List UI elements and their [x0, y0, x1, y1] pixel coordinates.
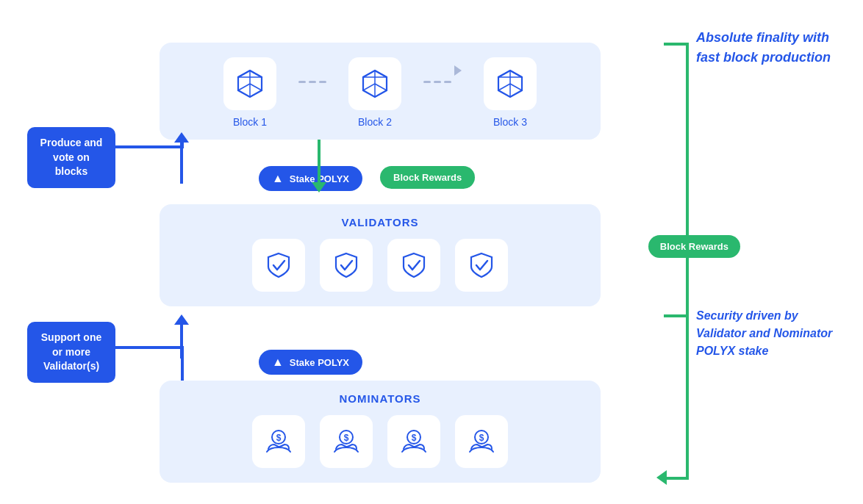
block-rewards-right-label: Block Rewards: [660, 241, 728, 252]
svg-line-18: [510, 84, 522, 90]
green-bracket-h-bot: [664, 477, 689, 480]
nominator-icon-2: $: [320, 415, 373, 468]
svg-line-10: [363, 84, 375, 90]
svg-text:$: $: [344, 433, 349, 443]
arrowhead-down-block-rewards: [312, 182, 326, 192]
dashes-2: [423, 65, 462, 98]
support-validator-label: Support one or more Validator(s): [27, 322, 115, 383]
stake-arrow-v-top: [180, 140, 183, 184]
diagram: Produce and vote on blocks Support one o…: [27, 13, 836, 491]
arrow-up-icon-stake: ▲: [272, 172, 284, 185]
right-text-top: Absolute finality with fast block produc…: [696, 28, 836, 68]
validators-title: VALIDATORS: [174, 216, 586, 228]
block-rewards-center-btn[interactable]: Block Rewards: [380, 166, 475, 189]
svg-text:$: $: [412, 433, 417, 443]
blocks-row: Block 1: [160, 43, 601, 140]
cube-icon-2: [359, 68, 391, 100]
validators-icons-row: [174, 239, 586, 292]
svg-line-3: [238, 84, 250, 90]
produce-vote-label: Produce and vote on blocks: [27, 127, 115, 188]
arrowhead-left-green: [656, 470, 667, 485]
svg-line-17: [498, 84, 510, 90]
dashes-1: [298, 81, 326, 83]
svg-text:$: $: [276, 433, 282, 443]
nominator-icon-1: $: [252, 415, 305, 468]
green-bracket-v2: [686, 314, 689, 480]
svg-line-20: [510, 71, 522, 77]
security-driven-text: Security driven by Validator and Nominat…: [696, 307, 836, 360]
cube-icon-1: [234, 68, 266, 100]
arrowhead-up-stake-bottom: [174, 314, 189, 325]
green-bracket-v: [686, 43, 689, 314]
validator-icon-4: [455, 239, 508, 292]
validator-icon-1: [252, 239, 305, 292]
validator-icon-2: [320, 239, 373, 292]
block-3: Block 3: [484, 57, 537, 128]
block-2-label: Block 2: [358, 116, 392, 128]
svg-line-12: [363, 71, 375, 77]
validators-section: VALIDATORS: [160, 204, 601, 306]
svg-line-13: [375, 71, 387, 77]
nominators-section: NOMINATORS $ $: [160, 381, 601, 483]
block-rewards-right-badge: Block Rewards: [648, 235, 740, 258]
block-rewards-center-label: Block Rewards: [393, 172, 462, 183]
svg-line-6: [250, 71, 262, 77]
block-2: Block 2: [348, 57, 401, 128]
validator-icon-3: [387, 239, 440, 292]
arrow-up-icon-stake-2: ▲: [272, 356, 284, 369]
green-bracket-h-top: [664, 43, 689, 46]
block-3-icon-box: [484, 57, 537, 110]
absolute-finality-text: Absolute finality with fast block produc…: [696, 28, 836, 68]
stake-polyx-bottom-btn[interactable]: ▲ Stake POLYX: [259, 350, 362, 375]
block-1: Block 1: [223, 57, 276, 128]
main-content-area: Block 1: [137, 28, 645, 483]
stake-polyx-bottom-label: Stake POLYX: [290, 357, 349, 368]
nominators-icons-row: $ $ $: [174, 415, 586, 468]
green-bracket-h-mid: [664, 314, 689, 317]
block-1-icon-box: [223, 57, 276, 110]
svg-line-19: [498, 71, 510, 77]
block-1-label: Block 1: [233, 116, 267, 128]
stake-polyx-top-btn[interactable]: ▲ Stake POLYX: [259, 166, 362, 191]
svg-line-5: [238, 71, 250, 77]
nominator-icon-4: $: [455, 415, 508, 468]
svg-text:$: $: [479, 433, 484, 443]
stake-arrow-v-bottom: [180, 322, 183, 359]
cube-icon-3: [494, 68, 526, 100]
block-rewards-arrow-down: [318, 140, 321, 184]
nominator-icon-3: $: [387, 415, 440, 468]
block-2-icon-box: [348, 57, 401, 110]
svg-line-4: [250, 84, 262, 90]
block-3-label: Block 3: [493, 116, 527, 128]
arrowhead-up-stake-top: [174, 132, 189, 143]
nominators-title: NOMINATORS: [174, 392, 586, 405]
right-text-bottom: Security driven by Validator and Nominat…: [696, 307, 836, 360]
svg-line-11: [375, 84, 387, 90]
